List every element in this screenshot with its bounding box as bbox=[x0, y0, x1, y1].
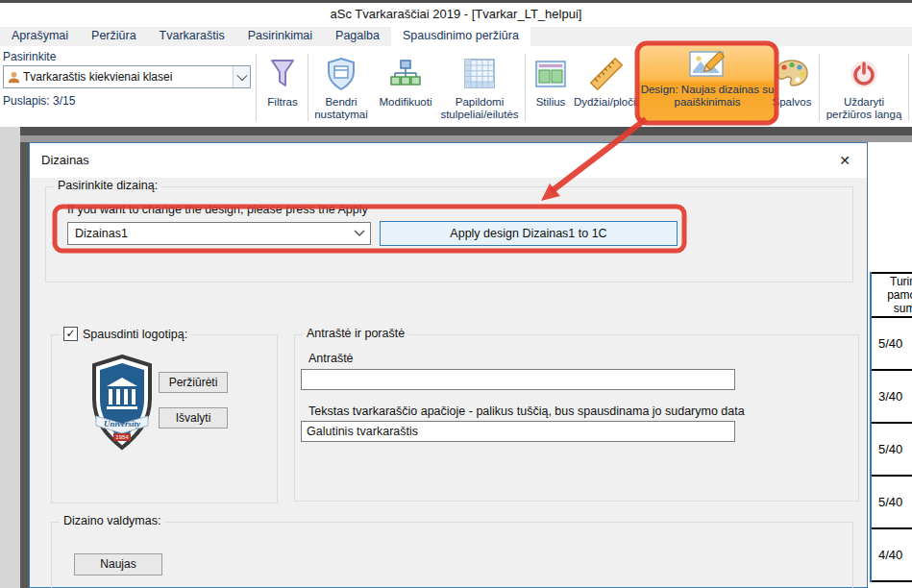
menu-item-aprasymai[interactable]: Aprašymai bbox=[0, 27, 80, 46]
select-design-legend: Pasirinkite dizainą: bbox=[54, 179, 161, 192]
toolbar: Pasirinkite Tvarkaraštis kiekvienai klas… bbox=[0, 46, 912, 127]
checkbox-checked-icon[interactable]: ✓ bbox=[63, 327, 78, 341]
shield-settings-icon bbox=[311, 52, 371, 96]
logo-clear-button[interactable]: Išvalyti bbox=[159, 407, 228, 429]
table-column-header: Turimų pamokų suma bbox=[872, 272, 912, 318]
sizes-button[interactable]: Dydžiai/pločiai bbox=[574, 52, 639, 109]
filter-label: Filtras bbox=[261, 96, 304, 109]
style-label: Stilius bbox=[530, 96, 572, 109]
modify-button[interactable]: Modifikuoti bbox=[373, 52, 438, 109]
schedule-type-value: Tvarkaraštis kiekvienai klasei bbox=[23, 70, 233, 84]
sizes-label: Dydžiai/pločiai bbox=[574, 96, 639, 109]
design-image-icon bbox=[639, 45, 776, 84]
menu-item-spausdinimo-perziura[interactable]: Spausdinimo peržiūra bbox=[391, 27, 530, 46]
toolbar-separator bbox=[308, 54, 308, 121]
grid-icon bbox=[440, 52, 519, 96]
colors-label: Spalvos bbox=[765, 96, 819, 109]
close-preview-label: Uždaryti peržiūros langą bbox=[822, 96, 906, 121]
table-cell: 5/40 bbox=[872, 477, 912, 529]
chevron-down-icon[interactable] bbox=[349, 230, 370, 237]
menu-bar: Aprašymai Peržiūra Tvarkaraštis Pasirink… bbox=[0, 27, 912, 46]
hierarchy-icon bbox=[373, 52, 438, 96]
design-management-legend: Dizaino valdymas: bbox=[60, 514, 164, 527]
toolbar-separator bbox=[819, 54, 820, 121]
table-cell: 5/40 bbox=[872, 424, 912, 477]
power-icon bbox=[822, 52, 906, 96]
logo-preview-button[interactable]: Peržiūrėti bbox=[159, 372, 228, 393]
preview-left-margin bbox=[0, 127, 20, 588]
design-label: Design: Naujas dizainas su paaiškinimais bbox=[639, 84, 776, 109]
style-button[interactable]: Stilius bbox=[530, 52, 572, 109]
print-logo-label: Spausdinti logotipą: bbox=[83, 328, 187, 341]
new-design-button[interactable]: Naujas bbox=[74, 553, 162, 576]
layout-style-icon bbox=[530, 52, 572, 96]
toolbar-separator bbox=[908, 54, 909, 121]
select-design-group: Pasirinkite dizainą: If you want to chan… bbox=[45, 186, 853, 282]
design-management-group: Dizaino valdymas: Naujas bbox=[51, 522, 853, 588]
menu-item-pasirinkimai[interactable]: Pasirinkimai bbox=[236, 27, 324, 46]
filter-button[interactable]: Filtras bbox=[261, 52, 304, 109]
chevron-down-icon[interactable] bbox=[233, 66, 250, 87]
menu-item-pagalba[interactable]: Pagalba bbox=[324, 27, 391, 46]
preview-background bbox=[0, 135, 912, 142]
dialog-titlebar: Dizainas ✕ bbox=[30, 143, 867, 178]
ruler-icon bbox=[574, 52, 639, 96]
funnel-icon bbox=[261, 52, 304, 96]
table-cell: 5/40 bbox=[872, 318, 912, 371]
logo-image: University 1954 bbox=[90, 355, 154, 457]
window-titlebar: aSc Tvarkaraščiai 2019 - [Tvarkar_LT_hel… bbox=[0, 0, 912, 27]
print-logo-group: ✓ Spausdinti logotipą: University 1954 P… bbox=[51, 334, 278, 503]
general-settings-label: Bendri nustatymai bbox=[311, 96, 371, 121]
design-select-value: Dizainas1 bbox=[68, 227, 349, 240]
close-icon[interactable]: ✕ bbox=[835, 151, 854, 170]
toolbar-separator bbox=[525, 54, 526, 121]
apply-hint-text: If you want to change the design, please… bbox=[67, 203, 368, 216]
table-cell: 4/40 bbox=[872, 529, 912, 582]
extra-columns-label: Papildomi stulpeliai/eilutės bbox=[440, 96, 519, 121]
header-footer-group: Antraštė ir poraštė Antraštė Tekstas tva… bbox=[294, 334, 859, 502]
extra-columns-button[interactable]: Papildomi stulpeliai/eilutės bbox=[440, 52, 519, 121]
preview-table-column: Turimų pamokų suma 5/40 3/40 5/40 5/40 4… bbox=[870, 272, 912, 582]
person-icon bbox=[4, 70, 23, 85]
preview-background bbox=[0, 127, 912, 135]
colors-button[interactable]: Spalvos bbox=[765, 52, 819, 109]
toolbar-separator bbox=[256, 54, 257, 121]
design-select[interactable]: Dizainas1 bbox=[67, 222, 371, 245]
design-dialog: Dizainas ✕ Pasirinkite dizainą: If you w… bbox=[29, 142, 868, 588]
modify-label: Modifikuoti bbox=[373, 96, 438, 109]
general-settings-button[interactable]: Bendri nustatymai bbox=[311, 52, 371, 121]
dialog-title: Dizainas bbox=[41, 153, 89, 167]
page-status: Puslapis: 3/15 bbox=[3, 94, 75, 108]
select-caption: Pasirinkite bbox=[3, 50, 56, 63]
window-title: aSc Tvarkaraščiai 2019 - [Tvarkar_LT_hel… bbox=[331, 7, 582, 21]
preview-background bbox=[20, 142, 29, 588]
header-input[interactable] bbox=[301, 369, 735, 390]
footer-input[interactable] bbox=[301, 421, 735, 442]
close-preview-button[interactable]: Uždaryti peržiūros langą bbox=[822, 52, 906, 121]
apply-design-button[interactable]: Apply design Dizainas1 to 1C bbox=[380, 221, 678, 246]
table-cell: 3/40 bbox=[872, 371, 912, 424]
menu-item-tvarkarastis[interactable]: Tvarkaraštis bbox=[148, 27, 236, 46]
logo-year: 1954 bbox=[115, 434, 129, 440]
design-button[interactable]: Design: Naujas dizainas su paaiškinimais bbox=[638, 44, 776, 122]
header-field-label: Antraštė bbox=[308, 352, 354, 365]
menu-item-perziura[interactable]: Peržiūra bbox=[80, 27, 148, 46]
footer-field-label: Tekstas tvarkaraščio apačioje - palikus … bbox=[308, 404, 745, 418]
print-logo-checkbox-row[interactable]: ✓ Spausdinti logotipą: bbox=[60, 327, 191, 341]
logo-text: University bbox=[104, 419, 141, 429]
palette-icon bbox=[765, 52, 819, 96]
schedule-type-select[interactable]: Tvarkaraštis kiekvienai klasei bbox=[3, 65, 251, 88]
header-footer-legend: Antraštė ir poraštė bbox=[303, 327, 408, 340]
